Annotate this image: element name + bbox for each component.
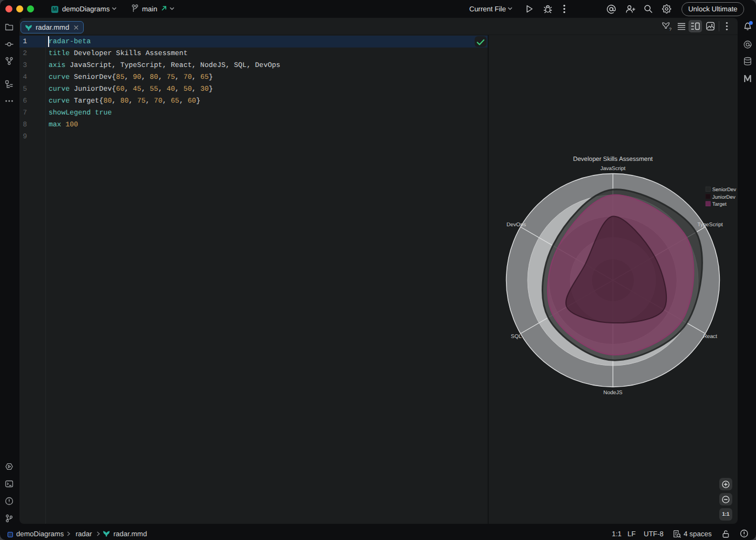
svg-text:JuniorDev: JuniorDev <box>712 194 735 200</box>
svg-text:SQL: SQL <box>511 334 522 340</box>
svg-text:?: ? <box>669 27 672 32</box>
svg-text:React: React <box>703 334 717 340</box>
svg-text:SeniorDev: SeniorDev <box>712 187 737 193</box>
svg-text:NodeJS: NodeJS <box>603 390 623 396</box>
svg-text:Developer Skills Assessment: Developer Skills Assessment <box>573 156 653 163</box>
svg-text:JavaScript: JavaScript <box>600 166 626 172</box>
svg-text:TypeScript: TypeScript <box>697 222 723 228</box>
svg-text:DevOps: DevOps <box>507 222 526 228</box>
svg-text:Target: Target <box>712 201 727 207</box>
